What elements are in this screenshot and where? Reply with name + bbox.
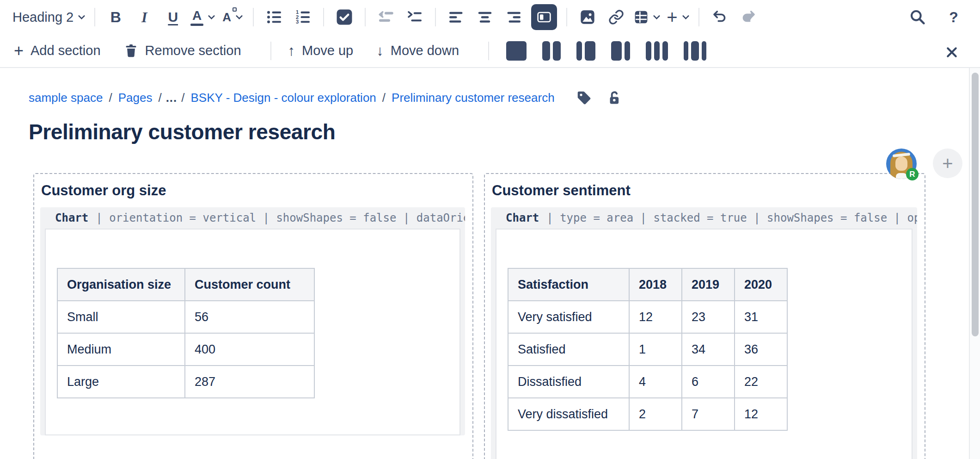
layout-single-column-button[interactable] [506, 41, 527, 61]
add-collaborator-button[interactable]: + [933, 149, 962, 178]
breadcrumb-link-space[interactable]: sample space [29, 91, 103, 105]
table-cell[interactable]: 4 [629, 366, 682, 398]
text-color-icon: A [190, 9, 203, 26]
table-cell[interactable]: Small [57, 301, 185, 333]
indent-button[interactable] [404, 6, 426, 29]
table-cell[interactable]: 1 [629, 333, 682, 366]
highlight-color-button[interactable]: A [221, 6, 244, 29]
unlock-icon[interactable] [606, 90, 622, 105]
move-up-button[interactable]: ↑ Move up [288, 43, 354, 59]
bold-button[interactable]: B [104, 6, 127, 29]
breadcrumb-separator: / [158, 91, 161, 105]
undo-button[interactable] [709, 6, 731, 29]
table-header-cell[interactable]: Customer count [185, 268, 314, 301]
layout-button-selected[interactable] [531, 4, 557, 30]
table-cell[interactable]: Medium [57, 333, 185, 366]
underline-button[interactable]: U [162, 6, 184, 29]
align-left-button[interactable] [445, 6, 467, 29]
table-header-cell[interactable]: 2019 [682, 268, 735, 301]
section-heading[interactable]: Customer sentiment [492, 182, 925, 199]
breadcrumb-separator: / [109, 91, 112, 105]
chevron-down-icon [682, 12, 689, 19]
remove-section-button[interactable]: Remove section [124, 43, 241, 58]
toolbar-divider [698, 8, 699, 26]
text-style-dropdown[interactable]: Heading 2 [12, 6, 85, 29]
layout-section-right[interactable]: Customer sentiment Chart | type = area |… [484, 173, 925, 459]
insert-table-button[interactable] [634, 6, 660, 29]
table-header-cell[interactable]: 2020 [735, 268, 787, 301]
table-cell[interactable]: 400 [185, 333, 314, 366]
plus-icon: + [14, 44, 24, 58]
data-table-sentiment[interactable]: Satisfaction 2018 2019 2020 Very satisfi… [508, 268, 788, 431]
layout-section-left[interactable]: Customer org size Chart | orientation = … [33, 173, 473, 459]
table-cell[interactable]: 36 [735, 333, 787, 366]
data-table-org-size[interactable]: Organisation size Customer count Small 5… [57, 268, 315, 398]
italic-icon: I [141, 9, 147, 26]
numbered-list-button[interactable]: 1 2 3 [292, 6, 314, 29]
breadcrumb-link-pages[interactable]: Pages [118, 91, 153, 105]
align-center-button[interactable] [474, 6, 496, 29]
breadcrumb-ellipsis[interactable]: ... [166, 91, 178, 105]
table-cell[interactable]: 22 [735, 366, 787, 398]
page-title[interactable]: Preliminary customer research [29, 119, 980, 144]
table-cell[interactable]: 6 [682, 366, 735, 398]
chart-macro-body[interactable]: Organisation size Customer count Small 5… [45, 229, 460, 435]
image-icon [580, 10, 595, 25]
section-heading[interactable]: Customer org size [41, 182, 472, 199]
italic-button[interactable]: I [133, 6, 155, 29]
task-list-button[interactable] [333, 6, 355, 29]
layout-right-sidebar-button[interactable] [611, 41, 630, 61]
toolbar-divider [566, 8, 567, 26]
table-row: Large 287 [57, 366, 314, 398]
close-section-toolbar-button[interactable] [941, 41, 963, 64]
help-button[interactable]: ? [943, 6, 965, 29]
layout-left-sidebar-button[interactable] [576, 41, 595, 61]
arrow-down-icon: ↓ [376, 43, 384, 59]
table-cell[interactable]: 56 [185, 301, 314, 333]
breadcrumb-link-current-page[interactable]: Preliminary customer research [392, 91, 555, 105]
table-cell[interactable]: 2 [629, 398, 682, 430]
table-cell[interactable]: 31 [735, 301, 787, 333]
outdent-button [375, 6, 397, 29]
table-cell[interactable]: 7 [682, 398, 735, 430]
table-cell[interactable]: 12 [629, 301, 682, 333]
insert-more-button[interactable]: + [667, 6, 689, 29]
breadcrumb-link-parent-page[interactable]: BSKY - Design - colour exploration [191, 91, 376, 105]
table-cell[interactable]: Large [57, 366, 185, 398]
bold-icon: B [110, 9, 121, 26]
layout-three-columns-button[interactable] [646, 41, 668, 61]
toolbar-divider [365, 8, 366, 26]
move-down-button[interactable]: ↓ Move down [376, 43, 459, 59]
table-cell[interactable]: 34 [682, 333, 735, 366]
table-header-cell[interactable]: Satisfaction [508, 268, 629, 301]
table-cell[interactable]: Dissatisfied [508, 366, 629, 398]
align-right-button[interactable] [502, 6, 525, 29]
scrollbar-track[interactable] [969, 68, 980, 459]
table-cell[interactable]: Satisfied [508, 333, 629, 366]
add-section-button[interactable]: + Add section [14, 43, 101, 58]
question-mark-icon: ? [949, 9, 958, 26]
insert-link-button[interactable] [605, 6, 627, 29]
text-color-button[interactable]: A [190, 6, 215, 29]
table-header-cell[interactable]: 2018 [629, 268, 682, 301]
bullet-list-button[interactable] [263, 6, 285, 29]
align-left-icon [448, 9, 465, 25]
table-cell[interactable]: 12 [735, 398, 787, 430]
chart-macro-header[interactable]: Chart | orientation = vertical | showSha… [40, 207, 465, 229]
table-cell[interactable]: 287 [185, 366, 314, 398]
scrollbar-thumb[interactable] [972, 73, 979, 336]
layout-three-columns-sidebars-button[interactable] [684, 41, 706, 61]
table-cell[interactable]: 23 [682, 301, 735, 333]
table-row: Satisfied 1 34 36 [508, 333, 787, 366]
table-cell[interactable]: Very satisfied [508, 301, 629, 333]
chevron-down-icon [78, 12, 86, 19]
chart-macro-body[interactable]: Satisfaction 2018 2019 2020 Very satisfi… [496, 229, 913, 459]
table-header-cell[interactable]: Organisation size [57, 268, 185, 301]
insert-image-button[interactable] [576, 6, 599, 29]
editor-toolbar: Heading 2 B I U A A 1 2 3 [0, 0, 980, 34]
layout-two-columns-button[interactable] [542, 41, 561, 61]
chart-macro-header[interactable]: Chart | type = area | stacked = true | s… [491, 207, 917, 229]
tag-icon[interactable] [576, 90, 592, 105]
search-button[interactable] [906, 6, 929, 29]
table-cell[interactable]: Very dissatisfied [508, 398, 629, 430]
